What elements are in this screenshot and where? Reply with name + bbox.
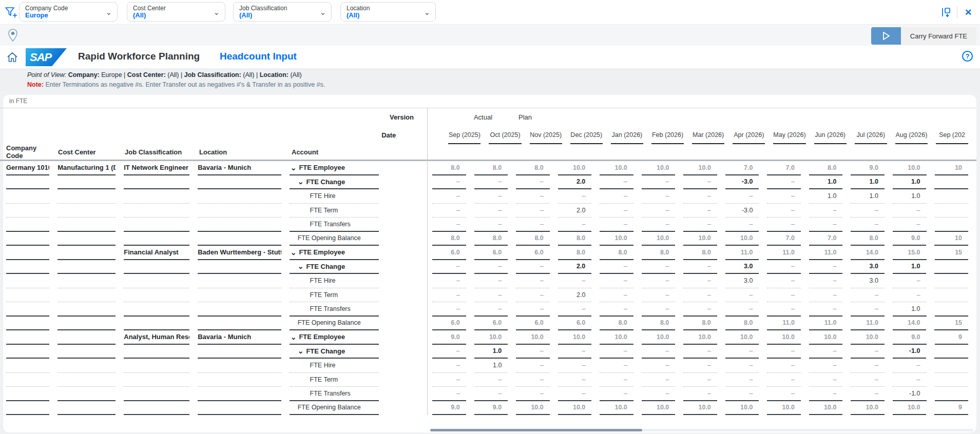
- value-cell[interactable]: –: [851, 204, 885, 218]
- value-cell[interactable]: 10.0: [642, 401, 676, 416]
- value-cell[interactable]: –: [642, 373, 676, 387]
- value-cell[interactable]: –: [474, 260, 508, 274]
- value-cell[interactable]: 10.0: [725, 401, 759, 416]
- value-cell[interactable]: 1.0: [851, 175, 885, 190]
- value-cell[interactable]: –: [809, 288, 843, 303]
- value-cell[interactable]: –: [516, 288, 550, 303]
- value-cell[interactable]: –: [851, 387, 885, 401]
- value-cell[interactable]: [935, 218, 969, 232]
- value-cell[interactable]: 10.0: [809, 401, 843, 416]
- help-icon[interactable]: ?: [962, 51, 973, 62]
- value-cell[interactable]: –: [516, 175, 550, 190]
- value-cell[interactable]: 8.0: [642, 317, 676, 331]
- value-cell[interactable]: –: [600, 218, 633, 232]
- value-cell[interactable]: –: [809, 387, 843, 401]
- value-cell[interactable]: 10.0: [767, 401, 801, 416]
- value-cell[interactable]: 14.0: [893, 317, 927, 331]
- value-cell[interactable]: –: [893, 373, 927, 387]
- value-cell[interactable]: 7.0: [767, 161, 801, 175]
- value-cell[interactable]: 6.0: [516, 317, 550, 331]
- value-cell[interactable]: 6.0: [432, 246, 466, 260]
- value-cell[interactable]: –: [600, 260, 633, 274]
- value-cell[interactable]: 7.0: [725, 161, 759, 175]
- value-cell[interactable]: –: [600, 274, 633, 288]
- value-cell[interactable]: –: [558, 189, 592, 204]
- value-cell[interactable]: –: [767, 345, 801, 359]
- value-cell[interactable]: –: [642, 288, 676, 303]
- value-cell[interactable]: 10.0: [600, 161, 633, 175]
- value-cell[interactable]: –: [683, 218, 717, 232]
- value-cell[interactable]: 8.0: [683, 246, 717, 260]
- value-cell[interactable]: –: [767, 204, 801, 218]
- filter-cost-center[interactable]: Cost Center (All) ⌄: [127, 2, 225, 22]
- value-cell[interactable]: –: [516, 189, 550, 204]
- value-cell[interactable]: –: [432, 218, 466, 232]
- value-cell[interactable]: 8.0: [683, 317, 717, 331]
- value-cell[interactable]: 10.0: [809, 330, 843, 345]
- value-cell[interactable]: –: [558, 359, 592, 373]
- value-cell[interactable]: 14.0: [851, 246, 885, 260]
- value-cell[interactable]: –: [516, 359, 550, 373]
- value-cell[interactable]: –: [893, 218, 927, 232]
- value-cell[interactable]: 8.0: [516, 232, 550, 246]
- value-cell[interactable]: –: [432, 387, 466, 401]
- value-cell[interactable]: –: [725, 345, 759, 359]
- value-cell[interactable]: –: [474, 274, 508, 288]
- filter-company-code[interactable]: Company Code Europe ⌄: [19, 2, 118, 22]
- value-cell[interactable]: –: [432, 373, 466, 387]
- value-cell[interactable]: [935, 204, 969, 218]
- value-cell[interactable]: –: [474, 302, 508, 317]
- value-cell[interactable]: 8.0: [600, 317, 633, 331]
- value-cell[interactable]: 10.0: [516, 330, 550, 345]
- location-pin-icon[interactable]: [7, 28, 18, 43]
- value-cell[interactable]: 6.0: [474, 317, 508, 331]
- value-cell[interactable]: –: [600, 387, 633, 401]
- value-cell[interactable]: –: [683, 302, 717, 317]
- value-cell[interactable]: –: [558, 302, 592, 317]
- value-cell[interactable]: –: [725, 373, 759, 387]
- value-cell[interactable]: –: [809, 218, 843, 232]
- value-cell[interactable]: –: [516, 302, 550, 317]
- value-cell[interactable]: 15.0: [893, 246, 927, 260]
- value-cell[interactable]: –: [558, 345, 592, 359]
- value-cell[interactable]: 10.0: [893, 161, 927, 175]
- value-cell[interactable]: –: [851, 359, 885, 373]
- value-cell[interactable]: 1.0: [893, 302, 927, 317]
- value-cell[interactable]: 10.0: [516, 401, 550, 416]
- value-cell[interactable]: –: [432, 302, 466, 317]
- value-cell[interactable]: –: [851, 218, 885, 232]
- value-cell[interactable]: 10: [934, 232, 968, 246]
- value-cell[interactable]: –: [474, 218, 508, 232]
- value-cell[interactable]: 9.0: [474, 401, 508, 416]
- value-cell[interactable]: –: [432, 288, 466, 303]
- value-cell[interactable]: 1.0: [893, 175, 927, 190]
- value-cell[interactable]: 1.0: [809, 189, 843, 204]
- value-cell[interactable]: [935, 359, 969, 373]
- value-cell[interactable]: –: [642, 204, 676, 218]
- value-cell[interactable]: 8.0: [432, 161, 466, 175]
- value-cell[interactable]: 8.0: [432, 232, 466, 246]
- value-cell[interactable]: 10.0: [642, 161, 676, 175]
- value-cell[interactable]: –: [600, 204, 633, 218]
- value-cell[interactable]: –: [600, 373, 633, 387]
- filter-job-classification[interactable]: Job Classification (All) ⌄: [233, 2, 332, 22]
- value-cell[interactable]: –: [851, 345, 885, 359]
- expand-chevron-icon[interactable]: ⌄: [291, 334, 297, 340]
- value-cell[interactable]: [935, 387, 969, 401]
- value-cell[interactable]: -3.0: [725, 175, 759, 190]
- value-cell[interactable]: –: [767, 189, 801, 204]
- value-cell[interactable]: –: [767, 274, 801, 288]
- value-cell[interactable]: –: [516, 373, 550, 387]
- value-cell[interactable]: -1.0: [893, 387, 927, 401]
- horizontal-scrollbar[interactable]: [430, 429, 642, 431]
- prompt-variables-icon[interactable]: [938, 5, 954, 20]
- value-cell[interactable]: –: [642, 345, 676, 359]
- value-cell[interactable]: –: [474, 387, 508, 401]
- value-cell[interactable]: 8.0: [474, 161, 508, 175]
- value-cell[interactable]: 9.0: [893, 330, 927, 345]
- value-cell[interactable]: 6.0: [558, 317, 592, 331]
- value-cell[interactable]: –: [851, 288, 885, 303]
- value-cell[interactable]: –: [516, 204, 550, 218]
- expand-chevron-icon[interactable]: ⌄: [291, 250, 297, 255]
- value-cell[interactable]: –: [474, 288, 508, 303]
